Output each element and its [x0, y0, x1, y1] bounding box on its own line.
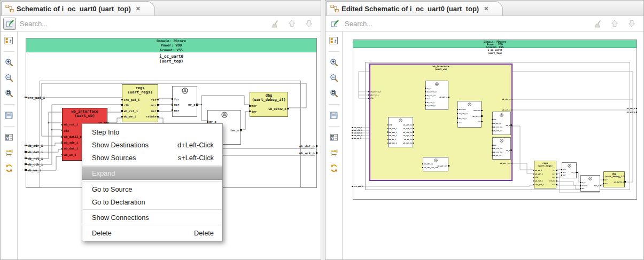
port[interactable]: wb_dat_is [389, 127, 413, 130]
port[interactable]: re_o [493, 149, 510, 152]
input-port[interactable]: wb_we_i [25, 168, 41, 172]
port[interactable]: mr_o [173, 103, 197, 106]
input-port[interactable]: wb_adr_i [25, 144, 43, 147]
port[interactable]: mcr [122, 104, 158, 107]
port[interactable]: wb_dat32_o [604, 180, 624, 184]
port[interactable]: msr [122, 109, 158, 113]
port[interactable]: wbstate [458, 109, 481, 112]
block-regs[interactable]: regs (uart_regs) srx_pad_iclkwb_rst_iwb_… [122, 84, 158, 122]
output-port[interactable]: wb_dat_o [282, 144, 317, 148]
port[interactable]: ter [534, 183, 556, 186]
port[interactable]: wb_sel_is [389, 141, 413, 145]
block-register4[interactable]: mr_orstateter ter_o [580, 175, 600, 192]
input-port[interactable]: wb_clk_i [25, 162, 43, 166]
block-register3[interactable]: fcrmcrmsr mr_o [562, 162, 577, 178]
input-port[interactable]: wb_dat_i [25, 150, 43, 154]
input-port[interactable]: srx_pad_i [352, 185, 368, 188]
menu-item-step-into[interactable]: Step Into [82, 125, 222, 138]
sub-block-we[interactable]: ackwb_we_iswb_cyc_iswb_stb_is we_o [492, 112, 511, 135]
edit-schematic-button[interactable] [3, 18, 16, 30]
port[interactable]: wb_stb_is [389, 131, 413, 134]
hier-port[interactable]: clk [368, 97, 375, 100]
next-match-icon[interactable] [305, 19, 313, 28]
filter-options-button[interactable] [3, 132, 15, 143]
block-register1[interactable]: fcrmcrmsr mr_o [172, 86, 197, 117]
port[interactable]: mcr [534, 172, 556, 176]
trace-signals-button[interactable] [3, 147, 15, 158]
port[interactable]: ack [458, 120, 481, 123]
menu-item-go-to-declaration[interactable]: Go to Declaration [82, 195, 222, 208]
port[interactable]: wb_cyc_is [389, 134, 413, 137]
show-schematic-contents-button[interactable] [328, 35, 340, 46]
menu-item-delete[interactable]: DeleteDelete [82, 226, 222, 239]
output-port[interactable]: wb_dat_o [612, 107, 637, 110]
input-port[interactable]: srx_pad_i [25, 96, 45, 99]
edit-schematic-button[interactable] [328, 18, 341, 30]
instance-title: i_oc_uart0 (uart_top) [26, 54, 317, 64]
sub-block-input-regs[interactable]: clkwb_rst_iwb_dat_iwb_adr_iwb_we_iwb_sel… [388, 117, 413, 147]
sub-block-dat-mux[interactable]: we_owb_dat32_owb_sel_isclkwb_rst_iwb_dat… [425, 81, 448, 110]
input-port[interactable]: wb_we_i [352, 137, 365, 140]
port[interactable]: ter_o [581, 184, 600, 187]
previous-match-icon[interactable] [288, 19, 296, 28]
zoom-in-button[interactable] [3, 57, 15, 68]
hier-port[interactable]: wb_adr_int [488, 162, 513, 165]
save-button[interactable] [3, 110, 15, 121]
tab-close-icon[interactable]: ✕ [484, 5, 488, 12]
zoom-out-button[interactable] [3, 73, 15, 83]
clear-search-icon[interactable] [594, 20, 602, 28]
tab-edited-schematic[interactable]: Edited Schematic of i_oc_uart0 (uart_top… [326, 1, 503, 15]
port[interactable]: fcr [122, 98, 158, 101]
input-port[interactable]: wb_rst_i [25, 156, 43, 160]
menu-item-show-connections[interactable]: Show Connections [82, 211, 222, 224]
previous-match-icon[interactable] [610, 19, 619, 28]
menu-item-go-to-source[interactable]: Go to Source [82, 183, 222, 195]
output-port[interactable]: wb_ack_o [282, 151, 317, 155]
pin-icon [25, 163, 27, 166]
next-match-icon[interactable] [627, 19, 636, 28]
port[interactable]: mr_o [562, 171, 576, 174]
port-label: rstate [146, 115, 157, 118]
port[interactable]: rstate [534, 179, 556, 183]
zoom-in-button[interactable] [328, 57, 340, 68]
filter-options-button[interactable] [328, 132, 340, 143]
show-schematic-contents-button[interactable] [3, 35, 15, 46]
refresh-button[interactable] [3, 163, 15, 174]
tab-close-icon[interactable]: ✕ [136, 5, 141, 12]
port[interactable]: msr [534, 176, 556, 179]
save-button[interactable] [328, 110, 340, 121]
output-port[interactable]: wb_ack_o [612, 111, 637, 114]
zoom-fit-button[interactable] [3, 88, 15, 99]
port[interactable]: wb_dat_o [426, 96, 448, 99]
sub-block-adr-int[interactable]: wb_adr_iswb_adr_int_lsb wb_adr_int [423, 157, 448, 171]
panel-sash[interactable] [321, 0, 325, 260]
port[interactable]: wb_ack_o [458, 115, 481, 118]
search-input[interactable] [20, 20, 267, 28]
zoom-out-button[interactable] [328, 73, 340, 83]
hier-port[interactable]: wb_dat_o [491, 98, 513, 101]
refresh-button[interactable] [328, 163, 340, 174]
menu-item-show-sources[interactable]: Show Sourcess+Left-Click [82, 151, 222, 164]
port[interactable]: wb_we_is [389, 138, 413, 141]
context-menu: Step Into Show Destinationsd+Left-Click … [82, 123, 223, 241]
sub-block-wbstate[interactable]: wbstatewb_stb_iswb_rst_iclk wbstatewb_ac… [457, 101, 482, 128]
trace-signals-button[interactable] [328, 147, 340, 158]
port[interactable]: we_o [493, 124, 510, 127]
zoom-fit-button[interactable] [328, 88, 340, 99]
menu-item-show-destinations[interactable]: Show Destinationsd+Left-Click [82, 138, 222, 151]
clock-icon [434, 82, 440, 86]
edited-schematic-canvas[interactable]: Domain: PDcore Power: VDD Ground: VSS i_… [343, 31, 643, 259]
schematic-tab-icon [330, 4, 339, 13]
clear-search-icon[interactable] [271, 20, 279, 28]
search-input[interactable] [345, 20, 590, 28]
port[interactable]: wb_adr_is [389, 123, 413, 127]
sub-block-re[interactable]: ackwb_stb_iswb_cyc_iswb_we_is re_o [492, 137, 511, 160]
block-dbg[interactable]: dbg (uart_debug_if) mcrter wb_dat32_o [250, 92, 288, 117]
port[interactable]: fcr [534, 169, 556, 172]
tab-schematic[interactable]: Schematic of i_oc_uart0 (uart_top) ✕ [1, 1, 155, 15]
block-regs[interactable]: regs (uart_regs) wb_we_iwb_adr_iclkwb_rs… [534, 161, 556, 188]
port[interactable]: rstate [122, 115, 158, 118]
port[interactable]: wb_dat32_o [250, 107, 288, 111]
block-dbg[interactable]: dbg (uart_debug_if) mcrter wb_dat32_o [603, 171, 625, 187]
port[interactable]: wb_adr_int [423, 164, 448, 168]
